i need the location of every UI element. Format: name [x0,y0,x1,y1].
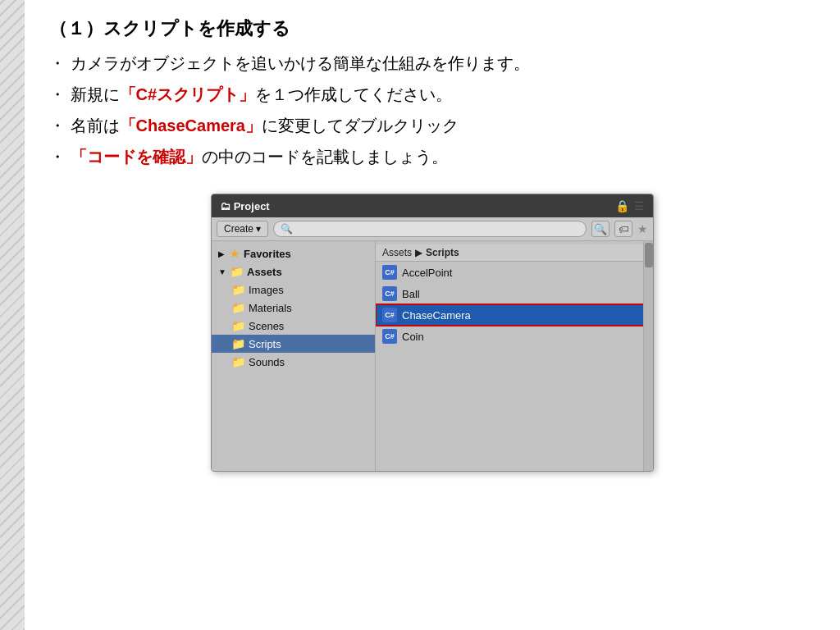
unity-toolbar: Create ▾ 🔍 🔍 🏷 ★ [212,217,653,241]
sounds-folder-icon: 📁 [231,355,245,368]
lock-icon[interactable]: 🔒 [615,199,629,212]
file-accelpoint-label: AccelPoint [402,267,452,279]
file-coin[interactable]: C# Coin [376,326,653,347]
images-item[interactable]: 📁 Images [212,281,375,299]
filter-button-1[interactable]: 🔍 [591,221,609,237]
assets-label: Assets [247,266,282,278]
file-ball-label: Ball [402,288,420,300]
scripts-item[interactable]: 📁 Scripts [212,335,375,353]
images-label: Images [249,284,284,296]
bullet-1: カメラがオブジェクトを追いかける簡単な仕組みを作ります。 [49,51,815,75]
page-heading: （１）スクリプトを作成する [49,16,815,41]
search-input[interactable]: 🔍 [273,221,587,237]
breadcrumb-scripts: Scripts [426,247,459,258]
images-folder-icon: 📁 [231,283,245,296]
filter-button-2[interactable]: 🏷 [614,221,632,237]
sounds-item[interactable]: 📁 Sounds [212,353,375,371]
file-chasecamera-label: ChaseCamera [402,309,471,322]
right-panel: Assets ▶ Scripts C# AccelPoint C# Ball C… [376,241,653,471]
text-section: （１）スクリプトを作成する カメラがオブジェクトを追いかける簡単な仕組みを作りま… [49,16,815,169]
cs-icon-coin: C# [382,329,397,344]
scenes-folder-icon: 📁 [231,319,245,332]
assets-item[interactable]: ▼ 📁 Assets [212,262,375,281]
bullet-3: 名前は「ChaseCamera」に変更してダブルクリック [49,113,815,138]
breadcrumb-assets: Assets [382,247,412,258]
breadcrumb: Assets ▶ Scripts [376,244,653,262]
unity-titlebar: 🗂 Project 🔒 ☰ [212,194,653,217]
unity-body: ▶ ★ Favorites ▼ 📁 Assets 📁 Images 📁 Mate… [212,241,653,471]
favorites-label: Favorites [244,248,291,260]
assets-folder-icon: 📁 [230,265,244,278]
favorites-star-icon: ★ [230,247,240,260]
scripts-folder-icon: 📁 [231,337,245,350]
cs-icon-chasecamera: C# [382,308,397,322]
favorites-item[interactable]: ▶ ★ Favorites [212,244,375,262]
file-coin-label: Coin [402,331,424,343]
favorites-arrow: ▶ [218,249,226,258]
bullet-list: カメラがオブジェクトを追いかける簡単な仕組みを作ります。 新規に「C#スクリプト… [49,51,815,169]
scrollbar-thumb[interactable] [645,243,653,267]
scripts-label: Scripts [249,338,281,350]
file-ball[interactable]: C# Ball [376,283,653,304]
cs-icon-accelpoint: C# [382,265,397,280]
menu-icon[interactable]: ☰ [634,199,645,212]
unity-project-window: 🗂 Project 🔒 ☰ Create ▾ 🔍 🔍 🏷 ★ ▶ ★ Favor… [211,194,654,472]
materials-label: Materials [249,302,292,314]
scenes-item[interactable]: 📁 Scenes [212,317,375,335]
scrollbar[interactable] [643,241,653,471]
favorites-filter-button[interactable]: ★ [637,222,648,235]
materials-folder-icon: 📁 [231,301,245,314]
sounds-label: Sounds [249,356,285,368]
left-stripe-decoration [0,0,25,630]
left-panel: ▶ ★ Favorites ▼ 📁 Assets 📁 Images 📁 Mate… [212,241,376,471]
create-button[interactable]: Create ▾ [217,221,268,237]
materials-item[interactable]: 📁 Materials [212,299,375,317]
bullet-2: 新規に「C#スクリプト」を１つ作成してください。 [49,82,815,107]
scenes-label: Scenes [249,320,284,332]
file-chasecamera[interactable]: C# ChaseCamera [376,304,653,326]
cs-icon-ball: C# [382,286,397,301]
file-accelpoint[interactable]: C# AccelPoint [376,262,653,283]
breadcrumb-arrow: ▶ [415,247,422,258]
assets-arrow: ▼ [218,267,226,276]
content-area: （１）スクリプトを作成する カメラがオブジェクトを追いかける簡単な仕組みを作りま… [25,0,840,630]
bullet-4: 「コードを確認」の中のコードを記載しましょう。 [49,144,815,169]
window-title: 🗂 Project [220,200,270,212]
